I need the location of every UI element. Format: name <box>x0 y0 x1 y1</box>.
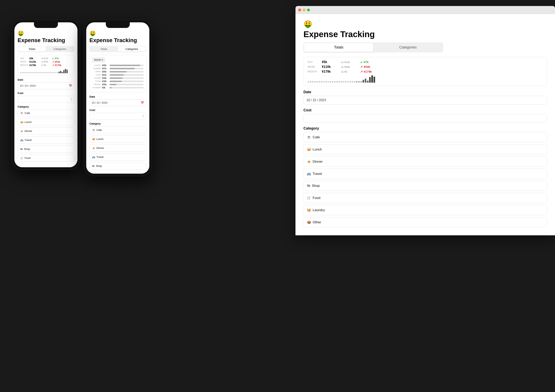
mac-stat-label-month: MONTH <box>308 70 319 73</box>
mac-category-item-food[interactable]: 🛒 Food <box>303 193 547 203</box>
phone2-category-emoji-cafe: ☕ <box>92 129 95 131</box>
mac-window: 🤑 Expense Tracking Totals Categories DAY… <box>295 6 555 235</box>
month-label: Month <box>94 58 101 61</box>
mac-category-item-shop[interactable]: 🛍 Shop <box>303 181 547 191</box>
mac-category-emoji-food: 🛒 <box>307 196 311 200</box>
mac-content: 🤑 Expense Tracking Totals Categories DAY… <box>295 14 555 235</box>
mac-category-item-dinner[interactable]: 🍝 Dinner <box>303 156 547 167</box>
category-item-travel[interactable]: 🚌 Travel <box>18 136 74 144</box>
mac-category-item-lunch[interactable]: 🥪 Lunch <box>303 144 547 154</box>
mac-category-item-travel[interactable]: 🚌 Travel <box>303 169 547 179</box>
mac-stat-vs-month: vs ¥0 <box>341 70 357 73</box>
cost-input[interactable]: ▲ ▼ <box>18 96 74 103</box>
bar-label-lunch: LUNCH <box>92 64 101 66</box>
mac-mini-chart <box>308 75 543 83</box>
phone2-category-item-cafe[interactable]: ☕ Cafe <box>89 126 146 134</box>
phone2-stepper-up-icon: ▲ <box>142 115 144 116</box>
phone2-app-title: Expense Tracking <box>89 37 146 44</box>
phone2-category-text-shop: Shop <box>96 165 102 167</box>
cost-stepper[interactable]: ▲ ▼ <box>71 98 72 101</box>
date-input[interactable]: 10 / 22 / 2023 📅 <box>18 82 74 89</box>
mac-stat-label-day: DAY <box>308 61 319 64</box>
bar-value-other: ¥19k <box>102 77 108 79</box>
category-text-travel: Travel <box>25 138 32 142</box>
bar-value-food: ¥18k <box>102 80 108 82</box>
mac-stat-diff-day: ↙ ¥7k <box>360 60 369 64</box>
category-item-dinner[interactable]: 🍝 Dinner <box>18 127 74 135</box>
stats-block: DAY ¥5k vs ¥13k ↙ ¥7k WEEK ¥110k vs ¥56k… <box>18 55 74 75</box>
date-label: Date <box>18 78 74 81</box>
mac-tab-totals[interactable]: Totals <box>304 43 373 52</box>
mac-cost-input[interactable] <box>303 114 547 123</box>
phone2-category-item-lunch[interactable]: 🥪 Lunch <box>89 135 146 143</box>
mac-stat-vs-week: vs ¥56k <box>341 65 357 68</box>
mac-category-item-laundry[interactable]: 🧺 Laundry <box>303 205 547 215</box>
mac-stat-label-week: WEEK <box>308 65 319 68</box>
mac-stat-row-day: DAY ¥5k vs ¥13k ↙ ¥7k <box>308 60 543 64</box>
mac-category-item-cafe[interactable]: ☕ Cafe <box>303 132 547 142</box>
mac-category-item-other[interactable]: 📦 Other <box>303 217 547 227</box>
phone2-tab-bar: Totals Categories <box>89 46 146 52</box>
cost-label: Cost <box>18 92 74 94</box>
phone2-cost-stepper[interactable]: ▲ ▼ <box>142 115 144 118</box>
phone2-tab-categories[interactable]: Categories <box>118 46 146 52</box>
category-text-lunch: Lunch <box>25 121 31 123</box>
bar-label-laundry: LAUNDRY <box>92 87 101 89</box>
mac-category-label: Category <box>303 126 547 131</box>
phone2-category-item-shop[interactable]: 🛍 Shop <box>89 162 146 170</box>
mac-category-text-shop: Shop <box>312 184 320 188</box>
calendar-icon: 📅 <box>69 84 72 87</box>
bar-row-other: OTHER ¥19k <box>92 77 144 79</box>
phone-notch <box>34 22 58 28</box>
category-item-food[interactable]: 🛒 Food <box>18 154 74 162</box>
phone2-category-emoji-travel: 🚌 <box>92 155 95 159</box>
stat-value-day: ¥5k <box>29 57 40 60</box>
bar-row-lunch: LUNCH ¥45k <box>92 64 144 66</box>
stepper-up-icon: ▲ <box>71 98 72 99</box>
phone-2-notch <box>106 22 130 28</box>
stat-label-month: MONTH <box>20 64 28 66</box>
phone2-category-item-travel[interactable]: 🚌 Travel <box>89 153 146 161</box>
mac-app-icon: 🤑 <box>303 20 547 28</box>
mac-category-emoji-shop: 🛍 <box>307 184 310 188</box>
phone2-category-emoji-shop: 🛍 <box>92 165 95 167</box>
mac-tab-categories[interactable]: Categories <box>373 43 443 52</box>
phone2-date-label: Date <box>89 95 146 98</box>
tab-totals[interactable]: Totals <box>18 46 46 52</box>
phone2-category-item-dinner[interactable]: 🍝 Dinner <box>89 144 146 152</box>
category-item-cafe[interactable]: ☕ Cafe <box>18 109 74 117</box>
month-select[interactable]: Month ▾ <box>92 58 105 62</box>
phone2-category-text-travel: Travel <box>96 155 104 159</box>
phone2-tab-totals[interactable]: Totals <box>90 46 118 52</box>
bar-value-lunch: ¥45k <box>102 64 108 66</box>
mac-close-button[interactable] <box>298 9 301 11</box>
category-text-dinner: Dinner <box>25 130 32 132</box>
phone2-cost-label: Cost <box>89 109 146 112</box>
stat-diff-day: ↙ ¥7k <box>52 57 59 60</box>
mac-category-text-other: Other <box>313 220 321 224</box>
mac-maximize-button[interactable] <box>307 9 310 11</box>
category-item-shop[interactable]: 🛍 Shop <box>18 145 74 153</box>
stat-row-week: WEEK ¥110k vs ¥56k ↗ ¥54k <box>20 60 72 63</box>
bar-label-food: FOOD <box>92 80 101 82</box>
mac-category-text-dinner: Dinner <box>313 160 323 164</box>
bar-label-travel: TRAVEL <box>92 83 101 85</box>
tab-categories[interactable]: Categories <box>46 46 74 52</box>
mac-titlebar <box>295 6 555 14</box>
mac-minimize-button[interactable] <box>303 9 306 11</box>
mac-tab-bar: Totals Categories <box>303 42 443 52</box>
bar-row-food: FOOD ¥18k <box>92 80 144 82</box>
category-text-food: Food <box>25 156 30 160</box>
mac-stat-value-day: ¥5k <box>322 60 338 64</box>
category-label: Category <box>18 105 74 108</box>
mac-category-emoji-other: 📦 <box>307 220 311 224</box>
category-emoji-food: 🛒 <box>20 156 23 160</box>
mac-category-emoji-lunch: 🥪 <box>307 147 311 152</box>
category-text-cafe: Cafe <box>25 112 30 115</box>
phone2-date-input[interactable]: 10 / 22 / 2023 📅 <box>89 99 146 106</box>
phone2-cost-input[interactable]: ▲ ▼ <box>89 113 146 120</box>
bar-value-dinner: ¥37k <box>102 67 108 70</box>
category-item-lunch[interactable]: 🥪 Lunch <box>18 118 74 126</box>
mac-date-input[interactable]: 10 / 22 / 2023 <box>303 96 547 105</box>
mac-stat-diff-week: ↗ ¥54k <box>360 65 370 69</box>
